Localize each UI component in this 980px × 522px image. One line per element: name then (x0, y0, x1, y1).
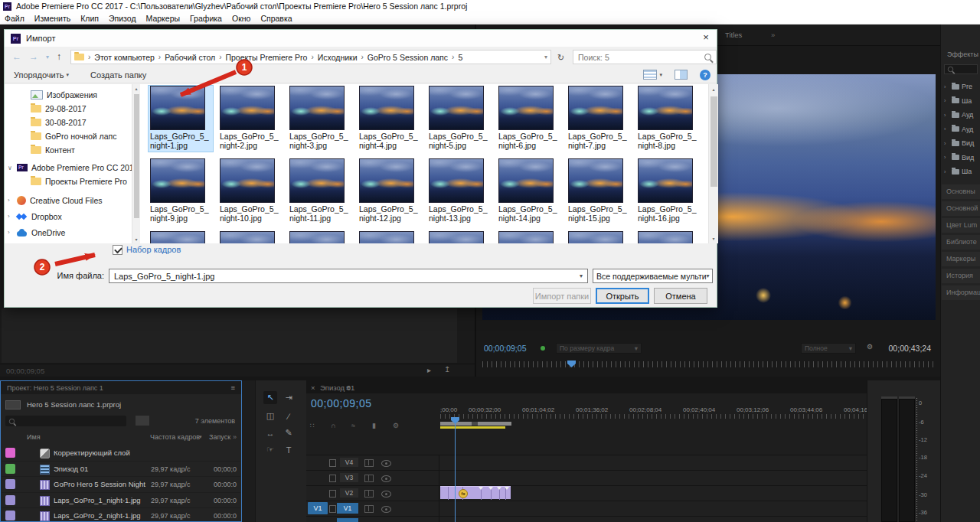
file-tile[interactable]: Laps_GoPro_5_night-6.jpg (497, 86, 561, 152)
program-timecode-current[interactable]: 00;00;09;05 (484, 344, 526, 353)
slip-tool[interactable]: ↔ (263, 426, 277, 439)
tree-expander-icon[interactable]: ∨ (8, 165, 17, 171)
sidebar-item[interactable]: Проекты Premiere Pro (5, 175, 132, 188)
breadcrumb-item[interactable]: GoPro 5 Session лапс (368, 53, 448, 62)
preview-pane-icon[interactable] (675, 70, 688, 80)
column-header-fps[interactable]: Частота кадров (150, 433, 200, 441)
frame-sequence-checkbox[interactable] (113, 245, 122, 255)
file-tile[interactable] (567, 231, 631, 243)
label-color-swatch[interactable] (5, 495, 15, 505)
new-bin-button[interactable] (136, 416, 149, 426)
menu-item[interactable]: Файл (5, 14, 24, 23)
selection-tool[interactable]: ↖ (263, 391, 277, 404)
lock-icon[interactable] (329, 505, 336, 513)
back-icon[interactable]: ← (12, 51, 21, 62)
clip-group-v2[interactable]: fx (440, 486, 511, 499)
breadcrumb-item[interactable]: 5 (458, 53, 462, 62)
panel-menu-icon[interactable]: ≡ (230, 383, 235, 392)
linked-selection-icon[interactable]: ≈ (351, 422, 355, 429)
timeline-playhead-line[interactable] (455, 417, 456, 522)
collapsed-panel-tab[interactable]: Основной (942, 201, 980, 216)
fit-dropdown[interactable]: По размеру кадра▾ (556, 343, 642, 354)
snap-icon[interactable]: ∩ (331, 422, 335, 429)
recent-locations-icon[interactable]: ▾ (46, 54, 49, 60)
chevron-right-icon[interactable]: › (944, 98, 949, 103)
file-tile[interactable]: Laps_GoPro_5_night-4.jpg (358, 86, 422, 152)
label-color-swatch[interactable] (5, 464, 15, 474)
effects-bin[interactable]: › Вид (942, 151, 980, 165)
project-item-row[interactable]: GoPro Hero 5 Session Night 29,97 кадр/с … (2, 477, 240, 493)
breadcrumb-item[interactable]: Рабочий стол (165, 53, 215, 62)
sidebar-item[interactable]: › Creative Cloud Files (5, 192, 132, 208)
frame-sequence-label[interactable]: Набор кадров (126, 245, 181, 254)
chevron-right-icon[interactable]: › (944, 84, 949, 90)
breadcrumb[interactable]: › Этот компьютер › Рабочий стол › Проект… (70, 50, 551, 64)
toggle-track-output-icon[interactable] (381, 475, 391, 482)
close-icon[interactable]: × (697, 31, 715, 44)
track-name[interactable]: V1 (337, 503, 358, 514)
file-tile[interactable] (218, 231, 283, 243)
up-icon[interactable]: ↑ (57, 51, 61, 62)
toggle-track-output-icon[interactable] (381, 460, 391, 467)
sync-lock-icon[interactable] (364, 475, 374, 482)
collapsed-panel-tab[interactable]: Маркеры (942, 252, 980, 266)
source-play-icon[interactable]: ▸ (427, 366, 431, 374)
menu-item[interactable]: Маркеры (146, 14, 180, 23)
playback-resolution-dropdown[interactable]: Полное▾ (801, 343, 856, 354)
breadcrumb-item[interactable]: Исходники (318, 53, 358, 62)
menu-item[interactable]: Изменить (34, 14, 70, 23)
file-tile[interactable] (636, 231, 701, 243)
sidebar-item[interactable]: 29-08-2017 (5, 102, 132, 116)
sync-lock-icon[interactable] (364, 505, 374, 513)
filename-input[interactable]: Laps_GoPro_5_night-1.jpg ▾ (109, 269, 588, 283)
new-folder-button[interactable]: Создать папку (90, 70, 146, 80)
scroll-down-icon[interactable]: ▾ (132, 237, 140, 242)
panel-menu-icon[interactable]: ≡ (346, 383, 351, 392)
pen-tool[interactable]: ✎ (282, 426, 296, 439)
label-color-swatch[interactable] (5, 511, 15, 520)
sidebar-item[interactable]: › OneDrive (5, 224, 132, 240)
project-search-input[interactable] (5, 416, 126, 426)
toggle-track-output-icon[interactable] (381, 506, 391, 513)
file-tile[interactable]: Laps_GoPro_5_night-13.jpg (427, 158, 492, 224)
refresh-icon[interactable]: ↻ (557, 53, 564, 63)
track-name[interactable] (337, 518, 358, 522)
organize-button[interactable]: Упорядочить (14, 70, 64, 80)
menu-item[interactable]: Клип (80, 14, 99, 23)
breadcrumb-item[interactable]: Проекты Premiere Pro (225, 53, 307, 62)
razor-tool[interactable]: ∕ (282, 409, 296, 422)
collapsed-panel-tab[interactable]: Информац (942, 285, 980, 300)
file-tile[interactable]: Laps_GoPro_5_night-7.jpg (567, 86, 631, 152)
chevron-right-icon[interactable]: › (944, 155, 949, 160)
timeline-settings-icon[interactable]: ⚙ (393, 422, 399, 429)
tree-expander-icon[interactable]: › (8, 197, 17, 204)
file-tile[interactable]: Laps_GoPro_5_night-11.jpg (288, 158, 352, 224)
sync-lock-icon[interactable] (364, 490, 374, 498)
file-tile[interactable]: Laps_GoPro_5_night-14.jpg (497, 158, 561, 224)
file-tile[interactable]: Laps_GoPro_5_night-9.jpg (149, 158, 213, 224)
file-tile[interactable] (497, 231, 561, 243)
open-button[interactable]: Открыть (596, 288, 649, 304)
timeline-timecode[interactable]: 00;00;09;05 (311, 397, 371, 409)
sidebar-item[interactable]: ∨ Adobe Premiere Pro CC 2017 (5, 161, 132, 175)
timeline-ruler[interactable] (440, 414, 867, 419)
chevron-right-icon[interactable]: › (944, 141, 949, 146)
search-input[interactable]: Поиск: 5 (573, 50, 717, 64)
chevron-right-icon[interactable]: › (944, 169, 949, 175)
file-tile[interactable] (427, 231, 492, 243)
file-tile[interactable]: Laps_GoPro_5_night-5.jpg (427, 86, 492, 152)
type-tool[interactable]: T (282, 443, 296, 456)
source-patch-v1[interactable]: V1 (308, 502, 328, 514)
lock-icon[interactable] (329, 475, 336, 482)
effects-bin[interactable]: › Ауд (942, 122, 980, 137)
panel-overflow-icon[interactable]: » (771, 31, 775, 39)
track-name[interactable]: V4 (340, 458, 358, 467)
export-media-icon[interactable]: ↥ (444, 365, 450, 374)
tab-titles[interactable]: Titles (725, 31, 742, 39)
chevron-right-icon[interactable]: › (944, 126, 949, 132)
file-tile[interactable]: Laps_GoPro_5_night-10.jpg (218, 158, 283, 224)
project-file-name[interactable]: Hero 5 Session лапс 1.prproj (27, 400, 121, 409)
collapsed-panel-tab[interactable]: История (942, 269, 980, 283)
toggle-track-output-icon[interactable] (381, 491, 391, 498)
effects-bin[interactable]: › Ауд (942, 108, 980, 122)
